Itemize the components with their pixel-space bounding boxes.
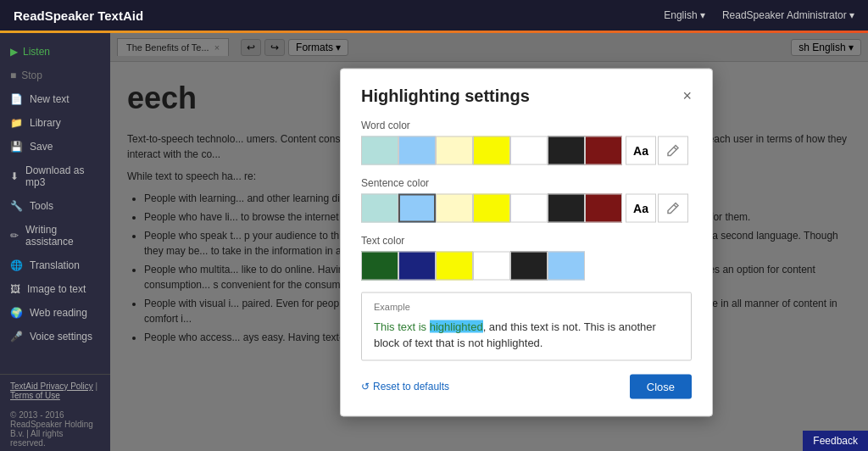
- example-highlighted-prefix: This text is: [374, 320, 430, 332]
- main-layout: ▶ Listen ■ Stop 📄 New text 📁 Library 💾 S…: [0, 33, 868, 451]
- sentence-swatch-1[interactable]: [398, 193, 436, 222]
- sidebar: ▶ Listen ■ Stop 📄 New text 📁 Library 💾 S…: [0, 33, 110, 451]
- user-selector[interactable]: ReadSpeaker Administrator: [722, 9, 854, 21]
- writing-icon: ✏: [10, 230, 19, 242]
- modal-title: Highlighting settings: [361, 86, 530, 105]
- word-edit-icon[interactable]: [658, 136, 688, 164]
- new-text-icon: 📄: [10, 93, 23, 105]
- modal-header: Highlighting settings ×: [361, 86, 692, 105]
- library-icon: 📁: [10, 117, 23, 129]
- word-swatch-2[interactable]: [436, 136, 473, 164]
- text-color-label: Text color: [361, 234, 692, 246]
- text-swatch-4[interactable]: [510, 251, 548, 280]
- sentence-edit-icon[interactable]: [658, 193, 688, 222]
- stop-label: Stop: [21, 70, 42, 81]
- terms-of-use-link[interactable]: Terms of Use: [10, 391, 60, 400]
- stop-icon: ■: [10, 70, 16, 81]
- image-to-text-icon: 🖼: [10, 283, 20, 295]
- sentence-color-section: Sentence color Aa: [361, 176, 692, 222]
- sidebar-item-web-reading[interactable]: 🌍 Web reading: [0, 301, 110, 325]
- sidebar-item-translation[interactable]: 🌐 Translation: [0, 253, 110, 277]
- library-label: Library: [30, 117, 61, 129]
- app-title: ReadSpeaker TextAid: [14, 8, 143, 23]
- top-bar-right: English ReadSpeaker Administrator: [664, 9, 854, 21]
- text-swatch-0[interactable]: [361, 251, 398, 280]
- sentence-swatch-0[interactable]: [361, 193, 398, 222]
- sidebar-item-download[interactable]: ⬇ Download as mp3: [0, 159, 110, 194]
- download-label: Download as mp3: [25, 164, 100, 188]
- listen-icon: ▶: [10, 46, 18, 58]
- text-swatch-1[interactable]: [398, 251, 436, 280]
- text-color-section: Text color: [361, 234, 692, 280]
- web-reading-label: Web reading: [30, 307, 87, 319]
- modal-close-button[interactable]: ×: [682, 88, 692, 103]
- feedback-label: Feedback: [813, 435, 858, 447]
- tools-label: Tools: [30, 200, 53, 212]
- sidebar-item-stop: ■ Stop: [0, 64, 110, 87]
- word-color-row: Aa: [361, 136, 692, 164]
- word-aa-button[interactable]: Aa: [626, 136, 656, 164]
- example-text: This text is highlighted, and this text …: [374, 318, 679, 351]
- sidebar-item-writing[interactable]: ✏ Writing assistance: [0, 218, 110, 253]
- download-icon: ⬇: [10, 170, 19, 182]
- sidebar-item-library[interactable]: 📁 Library: [0, 111, 110, 135]
- sidebar-item-listen[interactable]: ▶ Listen: [0, 40, 110, 64]
- copyright: © 2013 - 2016 ReadSpeaker Holding B.v. |…: [0, 407, 110, 451]
- example-label: Example: [374, 301, 679, 311]
- example-section: Example This text is highlighted, and th…: [361, 292, 692, 360]
- svg-line-1: [674, 204, 676, 207]
- close-button[interactable]: Close: [630, 374, 692, 398]
- sentence-swatch-3[interactable]: [473, 193, 510, 222]
- sidebar-item-voice-settings[interactable]: 🎤 Voice settings: [0, 325, 110, 348]
- sidebar-item-image-to-text[interactable]: 🖼 Image to text: [0, 277, 110, 301]
- text-swatch-5[interactable]: [548, 251, 585, 280]
- voice-settings-label: Voice settings: [30, 331, 92, 342]
- translation-label: Translation: [30, 259, 80, 271]
- save-label: Save: [30, 141, 53, 153]
- sentence-swatch-4[interactable]: [510, 193, 548, 222]
- word-swatch-5[interactable]: [548, 136, 585, 164]
- highlighting-settings-modal: Highlighting settings × Word color Aa: [340, 68, 713, 416]
- reset-icon: ↺: [361, 381, 370, 393]
- text-swatch-3[interactable]: [473, 251, 510, 280]
- language-selector[interactable]: English: [664, 9, 705, 21]
- reset-label: Reset to defaults: [373, 381, 449, 393]
- sentence-swatch-6[interactable]: [585, 193, 622, 222]
- word-color-section: Word color Aa: [361, 119, 692, 164]
- word-swatch-1[interactable]: [398, 136, 436, 164]
- word-swatch-4[interactable]: [510, 136, 548, 164]
- example-highlight-word: highlighted: [430, 320, 483, 332]
- word-color-label: Word color: [361, 119, 692, 131]
- text-color-row: [361, 251, 692, 280]
- sentence-color-label: Sentence color: [361, 176, 692, 188]
- new-text-label: New text: [30, 93, 70, 105]
- top-bar: ReadSpeaker TextAid English ReadSpeaker …: [0, 0, 868, 31]
- sentence-color-row: Aa: [361, 193, 692, 222]
- sidebar-item-tools[interactable]: 🔧 Tools: [0, 194, 110, 218]
- voice-settings-icon: 🎤: [10, 331, 23, 342]
- sidebar-item-new-text[interactable]: 📄 New text: [0, 87, 110, 111]
- sidebar-item-save[interactable]: 💾 Save: [0, 135, 110, 159]
- svg-line-0: [674, 147, 676, 149]
- word-swatch-3[interactable]: [473, 136, 510, 164]
- tools-icon: 🔧: [10, 200, 23, 212]
- image-to-text-label: Image to text: [27, 283, 86, 295]
- web-reading-icon: 🌍: [10, 307, 23, 319]
- content-area: The Benefits of Te... × ↩ ↪ Formats ▾ sh…: [110, 33, 868, 451]
- modal-footer: ↺ Reset to defaults Close: [361, 374, 692, 398]
- save-icon: 💾: [10, 141, 23, 153]
- sentence-swatch-2[interactable]: [436, 193, 473, 222]
- reset-defaults-button[interactable]: ↺ Reset to defaults: [361, 381, 449, 393]
- text-swatch-2[interactable]: [436, 251, 473, 280]
- privacy-policy-link[interactable]: TextAid Privacy Policy: [10, 381, 93, 391]
- sentence-aa-button[interactable]: Aa: [626, 193, 656, 222]
- writing-label: Writing assistance: [25, 224, 100, 248]
- listen-label: Listen: [23, 46, 50, 58]
- sentence-swatch-5[interactable]: [548, 193, 585, 222]
- sidebar-footer: TextAid Privacy Policy | Terms of Use: [0, 374, 110, 407]
- word-swatch-0[interactable]: [361, 136, 398, 164]
- translation-icon: 🌐: [10, 259, 23, 271]
- feedback-tab[interactable]: Feedback: [803, 431, 868, 451]
- word-swatch-6[interactable]: [585, 136, 622, 164]
